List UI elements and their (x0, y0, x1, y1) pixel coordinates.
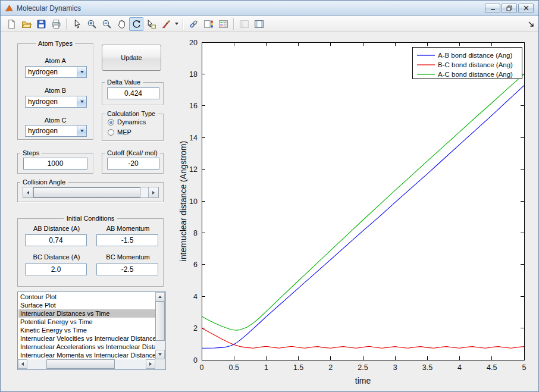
list-item[interactable]: Surface Plot (18, 301, 155, 309)
atom-b-label: Atom B (18, 87, 93, 95)
print-button[interactable] (49, 17, 63, 31)
y-tick-label: 8 (193, 229, 198, 237)
bc-momentum-input[interactable] (96, 264, 158, 275)
steps-title: Steps (20, 149, 42, 157)
bc-momentum-label: BC Momentum (96, 253, 159, 261)
ab-momentum-label: AB Momentum (96, 225, 159, 233)
matlab-logo-icon (4, 4, 14, 13)
atom-c-value: hydrogen (26, 126, 77, 136)
scroll-down-button[interactable] (155, 350, 165, 359)
zoom-out-button[interactable] (99, 17, 114, 31)
chevron-down-icon (77, 96, 86, 107)
titlebar[interactable]: Molecular Dynamics (1, 1, 538, 16)
cutoff-input[interactable] (107, 158, 159, 170)
radio-unchecked-icon (108, 129, 114, 136)
save-button[interactable] (34, 17, 48, 31)
radio-mep[interactable]: MEP (108, 128, 131, 136)
y-tick-label: 6 (193, 261, 198, 269)
slider-thumb[interactable] (33, 187, 140, 197)
restore-button[interactable] (502, 4, 517, 13)
hide-plot-tools-button[interactable] (237, 17, 251, 31)
list-item[interactable]: Potential Energy vs Time (18, 318, 155, 326)
data-cursor-icon (146, 19, 156, 29)
slider-track[interactable] (33, 187, 148, 197)
list-item-selected[interactable]: Internuclear Distances vs Time (18, 309, 155, 318)
insert-colorbar-button[interactable] (201, 17, 215, 31)
update-button[interactable]: Update (102, 45, 161, 71)
radio-dynamics[interactable]: Dynamics (108, 118, 146, 126)
collision-angle-panel: Collision Angle (17, 182, 164, 202)
collision-angle-title: Collision Angle (20, 178, 68, 186)
open-folder-button[interactable] (19, 17, 33, 31)
radio-mep-label: MEP (117, 128, 131, 136)
rotate-3d-icon (131, 19, 142, 29)
horizontal-scroll-thumb[interactable] (46, 359, 115, 369)
listbox-vertical-scrollbar[interactable] (155, 292, 165, 359)
scroll-up-button[interactable] (155, 292, 165, 302)
plot-area[interactable]: 00.511.522.533.544.5502468101214161820ti… (179, 35, 535, 388)
plot-canvas[interactable]: 00.511.522.533.544.5502468101214161820ti… (179, 35, 535, 388)
atom-a-label: Atom A (18, 57, 93, 65)
list-item[interactable]: Kinetic Energy vs Time (18, 326, 155, 334)
vertical-scroll-thumb[interactable] (155, 302, 165, 341)
legend-entry-label: A-B bond distance (Ang) (438, 52, 512, 59)
atom-a-value: hydrogen (26, 67, 77, 77)
list-item[interactable]: Contour Plot (18, 293, 155, 301)
bc-distance-input[interactable] (25, 264, 87, 275)
x-tick-label: 2 (328, 363, 333, 372)
rotate-3d-button[interactable] (129, 17, 143, 31)
list-item[interactable]: Internuclear Accelerations vs Internucle… (18, 343, 155, 351)
atom-types-panel: Atom Types Atom A hydrogen Atom B hydrog… (17, 43, 93, 140)
scroll-left-button[interactable] (18, 359, 27, 369)
window-title: Molecular Dynamics (17, 4, 81, 12)
insert-legend-button[interactable] (216, 17, 230, 31)
new-file-button[interactable] (4, 17, 18, 31)
brush-button[interactable] (159, 17, 173, 31)
plot-type-listbox[interactable]: Contour Plot Surface Plot Internuclear D… (17, 291, 166, 370)
scroll-right-button[interactable] (146, 359, 155, 369)
restore-icon (506, 5, 512, 11)
listbox-horizontal-scrollbar[interactable] (18, 359, 155, 369)
atom-c-select[interactable]: hydrogen (25, 125, 87, 137)
zoom-in-button[interactable] (84, 17, 99, 31)
list-item[interactable]: Internuclear Velocities vs Internuclear … (18, 334, 155, 343)
link-plot-button[interactable] (186, 17, 200, 31)
x-axis-label: time (355, 376, 371, 385)
cutoff-title: Cutoff (Kcal/ mol) (105, 149, 160, 157)
arrow-up-icon (158, 294, 162, 298)
ab-distance-label: AB Distance (A) (25, 225, 88, 233)
slider-right-arrow[interactable] (148, 187, 158, 197)
x-tick-label: 3 (393, 363, 397, 372)
listbox-items: Contour Plot Surface Plot Internuclear D… (18, 293, 155, 359)
pan-button[interactable] (114, 17, 129, 31)
ab-momentum-input[interactable] (96, 234, 158, 246)
edit-plot-icon (72, 19, 82, 29)
atom-a-select[interactable]: hydrogen (25, 66, 87, 78)
close-button[interactable] (518, 4, 534, 13)
x-tick-label: 4 (457, 363, 462, 372)
atom-b-select[interactable]: hydrogen (25, 96, 87, 108)
dock-figure-button[interactable] (527, 20, 535, 29)
list-item[interactable]: Internuclear Momenta vs Internuclear Dis… (18, 351, 155, 359)
ab-distance-input[interactable] (25, 234, 87, 246)
figure-canvas: Atom Types Atom A hydrogen Atom B hydrog… (1, 32, 538, 391)
axes-background (202, 42, 524, 360)
data-cursor-button[interactable] (144, 17, 158, 31)
y-tick-label: 10 (189, 197, 198, 206)
dock-figure-icon (527, 20, 535, 29)
show-plot-tools-button[interactable] (252, 17, 266, 31)
collision-angle-slider[interactable] (23, 187, 159, 198)
atom-b-value: hydrogen (26, 96, 77, 107)
steps-input[interactable] (23, 158, 87, 170)
delta-value-input[interactable] (107, 87, 159, 99)
brush-dropdown-button[interactable] (174, 17, 180, 31)
slider-left-arrow[interactable] (23, 187, 33, 197)
minimize-button[interactable] (485, 4, 500, 13)
x-tick-label: 5 (522, 363, 527, 372)
edit-plot-button[interactable] (70, 17, 84, 31)
radio-checked-icon (108, 119, 114, 126)
y-tick-label: 0 (193, 356, 198, 365)
x-tick-label: 4.5 (487, 363, 497, 372)
figure-toolbar (1, 16, 538, 32)
close-icon (524, 5, 529, 11)
